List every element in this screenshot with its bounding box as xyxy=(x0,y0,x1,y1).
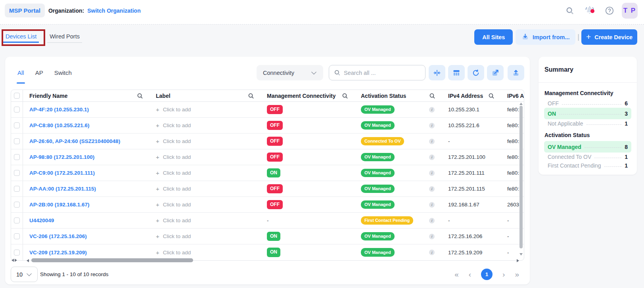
device-name-link[interactable]: U4420049 xyxy=(29,217,54,223)
pagination-next-button[interactable]: › xyxy=(502,271,505,278)
page-size-select[interactable]: 10 xyxy=(11,267,38,282)
pinned-scroll-arrows[interactable] xyxy=(12,259,17,262)
summary-row: Not Applicable 1 xyxy=(544,119,631,128)
brand-msp-portal[interactable]: MSP Portal xyxy=(5,4,45,17)
device-name-link[interactable]: AP-AA:00 (172.25.201.115) xyxy=(29,186,96,192)
refresh-button[interactable] xyxy=(468,65,484,80)
device-name-link[interactable]: AP-4F:20 (10.255.230.1) xyxy=(29,107,89,113)
row-checkbox[interactable] xyxy=(14,170,20,176)
row-checkbox[interactable] xyxy=(14,186,20,192)
pagination-last-button[interactable]: » xyxy=(515,271,519,278)
add-label-button[interactable]: +Click to add xyxy=(156,138,191,145)
add-label-button[interactable]: +Click to add xyxy=(156,201,191,208)
device-name-link[interactable]: AP-98:80 (172.25.201.100) xyxy=(29,154,94,160)
add-label-button[interactable]: +Click to add xyxy=(156,217,191,224)
horizontal-scrollbar[interactable] xyxy=(31,258,193,262)
info-icon[interactable]: i xyxy=(429,202,435,208)
filter-tab-all[interactable]: All xyxy=(17,69,24,76)
add-label-button[interactable]: +Click to add xyxy=(156,122,191,129)
search-icon xyxy=(334,69,341,76)
notifications-bell-icon[interactable] xyxy=(585,6,594,15)
cell-label: +Click to add xyxy=(150,233,261,240)
columns-settings-button[interactable] xyxy=(448,65,465,80)
vertical-scroll-down-arrow[interactable] xyxy=(519,253,523,256)
filter-tab-switch[interactable]: Switch xyxy=(54,69,72,76)
add-label-button[interactable]: +Click to add xyxy=(156,249,191,256)
info-icon[interactable]: i xyxy=(429,170,435,176)
column-search-icon[interactable] xyxy=(342,93,348,99)
filter-tab-ap[interactable]: AP xyxy=(35,69,43,76)
collapse-columns-button[interactable] xyxy=(429,65,445,80)
info-icon[interactable]: i xyxy=(429,250,435,255)
column-search-icon[interactable] xyxy=(248,93,254,99)
vertical-scroll-up-arrow[interactable] xyxy=(519,103,523,105)
search-icon[interactable] xyxy=(565,6,575,15)
upload-button[interactable] xyxy=(508,65,524,80)
info-icon[interactable]: i xyxy=(429,107,435,113)
table-row[interactable]: AP-26:60, AP-24:60 (SSZ210400048) +Click… xyxy=(11,134,524,149)
add-label-button[interactable]: +Click to add xyxy=(156,185,191,192)
row-checkbox-cell xyxy=(11,244,23,260)
table-row[interactable]: AP-98:80 (172.25.201.100) +Click to add … xyxy=(11,149,524,165)
add-label-button[interactable]: +Click to add xyxy=(156,233,191,240)
device-name-link[interactable]: VC-209 (172.25.19.209) xyxy=(29,250,87,256)
info-icon[interactable]: i xyxy=(429,123,435,128)
table-row[interactable]: U4420049 +Click to add - First Contact P… xyxy=(11,213,524,229)
pagination-first-button[interactable]: « xyxy=(454,271,459,278)
pagination-current-page[interactable]: 1 xyxy=(481,269,493,280)
chevron-down-icon xyxy=(27,273,32,276)
tab-devices-list[interactable]: Devices List xyxy=(3,33,39,43)
horizontal-scroll-right-arrow[interactable] xyxy=(517,259,519,262)
device-name-link[interactable]: AP-26:60, AP-24:60 (SSZ210400048) xyxy=(29,138,120,144)
column-search-icon[interactable] xyxy=(429,93,435,99)
create-device-button[interactable]: + Create Device xyxy=(581,29,637,45)
open-external-button[interactable] xyxy=(487,65,504,80)
cell-label: +Click to add xyxy=(150,154,261,160)
table-row[interactable]: VC-206 (172.25.16.206) +Click to add ON … xyxy=(11,229,524,244)
info-icon[interactable]: i xyxy=(429,139,435,144)
table-row[interactable]: AP-4F:20 (10.255.230.1) +Click to add OF… xyxy=(11,102,524,118)
row-checkbox[interactable] xyxy=(14,202,20,208)
avatar[interactable]: T P xyxy=(622,3,638,19)
row-checkbox[interactable] xyxy=(14,217,20,223)
organization-link[interactable]: Switch Organization xyxy=(87,8,141,14)
help-icon[interactable] xyxy=(605,6,614,15)
row-checkbox[interactable] xyxy=(14,250,20,256)
add-label-button[interactable]: +Click to add xyxy=(156,154,191,160)
column-search-icon[interactable] xyxy=(488,93,494,99)
table-row[interactable]: AP-2B:00 (192.168.1.67) +Click to add OF… xyxy=(11,197,524,213)
connectivity-badge: OFF xyxy=(267,105,283,114)
select-all-checkbox[interactable] xyxy=(14,93,20,99)
row-checkbox[interactable] xyxy=(14,122,20,128)
table-row[interactable]: VC-209 (172.25.19.209) +Click to add ON … xyxy=(11,244,524,260)
horizontal-scroll-left-arrow[interactable] xyxy=(27,259,29,262)
add-label-button[interactable]: +Click to add xyxy=(156,106,191,113)
row-checkbox-cell xyxy=(11,102,23,117)
all-sites-button[interactable]: All Sites xyxy=(474,29,513,45)
row-checkbox[interactable] xyxy=(14,233,20,239)
device-name-link[interactable]: AP-C8:80 (10.255.221.6) xyxy=(29,122,90,128)
add-label-button[interactable]: +Click to add xyxy=(156,170,191,176)
info-icon[interactable]: i xyxy=(429,218,435,223)
pagination-prev-button[interactable]: ‹ xyxy=(469,271,471,278)
device-name-link[interactable]: AP-2B:00 (192.168.1.67) xyxy=(29,202,90,208)
info-icon[interactable]: i xyxy=(429,234,435,239)
device-name-link[interactable]: VC-206 (172.25.16.206) xyxy=(29,233,87,239)
table-row[interactable]: AP-AA:00 (172.25.201.115) +Click to add … xyxy=(11,181,524,197)
search-box[interactable] xyxy=(329,65,426,80)
row-checkbox[interactable] xyxy=(14,138,20,144)
table-row[interactable]: AP-C9:00 (172.25.201.111) +Click to add … xyxy=(11,165,524,181)
row-checkbox[interactable] xyxy=(14,107,20,113)
tab-wired-ports[interactable]: Wired Ports xyxy=(47,33,82,43)
table-row[interactable]: AP-C8:80 (10.255.221.6) +Click to add OF… xyxy=(11,118,524,134)
column-search-icon[interactable] xyxy=(137,93,143,99)
device-name-link[interactable]: AP-C9:00 (172.25.201.111) xyxy=(29,170,95,176)
vertical-scrollbar[interactable] xyxy=(519,106,523,248)
add-label-text: Click to add xyxy=(163,217,191,223)
info-icon[interactable]: i xyxy=(429,186,435,192)
search-input[interactable] xyxy=(344,70,415,76)
info-icon[interactable]: i xyxy=(429,154,435,160)
connectivity-dropdown[interactable]: Connectivity xyxy=(257,65,323,80)
import-from-button[interactable]: Import from... xyxy=(516,29,575,45)
row-checkbox[interactable] xyxy=(14,154,20,160)
